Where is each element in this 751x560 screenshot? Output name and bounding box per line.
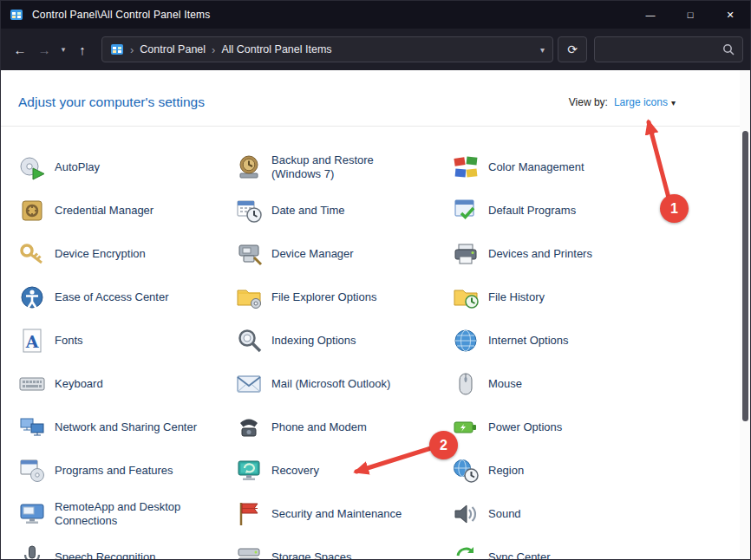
sound-icon xyxy=(452,500,480,528)
item-label: Region xyxy=(488,464,524,478)
credential-manager-icon xyxy=(18,197,46,225)
default-programs-icon xyxy=(452,197,480,225)
control-panel-item-ease-of-access[interactable]: Ease of Access Center xyxy=(18,276,235,319)
control-panel-item-security-maintenance[interactable]: Security and Maintenance xyxy=(235,492,452,536)
programs-features-icon xyxy=(18,457,46,485)
sync-center-icon xyxy=(452,544,480,560)
search-input[interactable] xyxy=(603,43,722,55)
maximize-button[interactable]: □ xyxy=(670,1,710,29)
breadcrumb-all-control-panel-items[interactable]: All Control Panel Items xyxy=(221,43,331,55)
annotation-step-2-badge: 2 xyxy=(429,431,458,459)
breadcrumb-separator: › xyxy=(130,43,134,56)
scrollbar[interactable] xyxy=(740,70,750,560)
control-panel-item-date-time[interactable]: Date and Time xyxy=(235,189,452,232)
close-button[interactable]: ✕ xyxy=(710,1,750,29)
item-label: Devices and Printers xyxy=(488,247,592,261)
item-label: Keyboard xyxy=(55,377,103,391)
up-button[interactable]: ↑ xyxy=(70,37,95,62)
device-manager-icon xyxy=(235,240,263,268)
control-panel-item-file-history[interactable]: File History xyxy=(452,276,669,319)
search-box[interactable] xyxy=(594,36,743,62)
device-encryption-icon xyxy=(18,240,46,268)
item-label: Default Programs xyxy=(488,204,576,218)
control-panel-item-autoplay[interactable]: AutoPlay xyxy=(18,146,235,189)
content-area: Adjust your computer's settings View by:… xyxy=(1,70,750,560)
control-panel-item-sync-center[interactable]: Sync Center xyxy=(452,536,669,560)
back-button[interactable]: ← xyxy=(8,37,32,62)
item-label: Phone and Modem xyxy=(271,420,367,434)
control-panel-item-remoteapp[interactable]: RemoteApp and Desktop Connections xyxy=(18,492,235,536)
control-panel-item-device-encryption[interactable]: Device Encryption xyxy=(18,232,235,276)
recovery-icon xyxy=(235,457,263,485)
control-panel-item-fonts[interactable]: AFonts xyxy=(18,319,235,362)
item-label: Device Manager xyxy=(271,247,354,261)
control-panel-item-phone-modem[interactable]: Phone and Modem xyxy=(235,406,452,449)
item-label: Power Options xyxy=(488,420,562,434)
control-panel-item-network-sharing[interactable]: Network and Sharing Center xyxy=(18,406,235,449)
control-panel-item-programs-features[interactable]: Programs and Features xyxy=(18,449,235,492)
item-label: Indexing Options xyxy=(271,334,356,348)
item-label: Mouse xyxy=(488,377,522,391)
item-label: File History xyxy=(488,290,545,304)
recent-locations-chevron-icon[interactable]: ▾ xyxy=(56,37,70,62)
speech-recognition-icon xyxy=(18,544,46,560)
chevron-down-icon: ▾ xyxy=(671,98,676,107)
control-panel-item-power-options[interactable]: Power Options xyxy=(452,406,669,449)
address-bar[interactable]: › Control Panel › All Control Panel Item… xyxy=(101,36,553,62)
control-panel-item-region[interactable]: Region xyxy=(452,449,669,492)
internet-options-icon xyxy=(452,327,480,355)
control-panel-item-keyboard[interactable]: Keyboard xyxy=(18,362,235,406)
item-label: Security and Maintenance xyxy=(271,507,402,521)
control-panel-item-color-management[interactable]: Color Management xyxy=(452,146,669,189)
control-panel-item-file-explorer-options[interactable]: File Explorer Options xyxy=(235,276,452,319)
power-options-icon xyxy=(452,413,480,441)
storage-spaces-icon xyxy=(235,544,263,560)
control-panel-item-default-programs[interactable]: Default Programs xyxy=(452,189,669,232)
file-explorer-options-icon xyxy=(235,283,263,311)
control-panel-item-storage-spaces[interactable]: Storage Spaces xyxy=(235,536,452,560)
control-panel-item-sound[interactable]: Sound xyxy=(452,492,669,536)
item-label: Mail (Microsoft Outlook) xyxy=(271,377,390,391)
autoplay-icon xyxy=(18,153,46,181)
minimize-button[interactable]: — xyxy=(630,1,670,29)
control-panel-item-mouse[interactable]: Mouse xyxy=(452,362,669,406)
navigation-bar: ← → ▾ ↑ › Control Panel › All Control Pa… xyxy=(1,29,750,70)
view-by-value[interactable]: Large icons xyxy=(614,96,668,108)
window-title: Control Panel\All Control Panel Items xyxy=(32,9,630,21)
control-panel-item-credential-manager[interactable]: Credential Manager xyxy=(18,189,235,232)
window-controls: — □ ✕ xyxy=(630,1,750,29)
item-label: Color Management xyxy=(488,160,584,174)
region-icon xyxy=(452,457,480,485)
fonts-icon: A xyxy=(18,327,46,355)
annotation-step-1-badge: 1 xyxy=(660,194,689,223)
address-dropdown-icon[interactable]: ▾ xyxy=(540,45,545,55)
network-sharing-icon xyxy=(18,413,46,441)
file-history-icon xyxy=(452,283,480,311)
control-panel-item-speech-recognition[interactable]: Speech Recognition xyxy=(18,536,235,560)
control-panel-item-internet-options[interactable]: Internet Options xyxy=(452,319,669,362)
refresh-button[interactable]: ⟳ xyxy=(558,36,587,62)
mouse-icon xyxy=(452,370,480,398)
control-panel-item-devices-printers[interactable]: Devices and Printers xyxy=(452,232,669,276)
date-time-icon xyxy=(235,197,263,225)
view-by-dropdown[interactable]: Large icons ▾ xyxy=(614,96,676,108)
mail-icon xyxy=(235,370,263,398)
control-panel-item-recovery[interactable]: Recovery xyxy=(235,449,452,492)
scrollbar-thumb[interactable] xyxy=(742,131,748,421)
control-panel-icon xyxy=(10,8,25,22)
page-title: Adjust your computer's settings xyxy=(18,94,205,110)
item-label: Credential Manager xyxy=(55,204,153,218)
item-label: Network and Sharing Center xyxy=(55,420,197,434)
item-label: Internet Options xyxy=(488,334,569,348)
control-panel-item-indexing-options[interactable]: Indexing Options xyxy=(235,319,452,362)
control-panel-item-device-manager[interactable]: Device Manager xyxy=(235,232,452,276)
control-panel-item-mail[interactable]: Mail (Microsoft Outlook) xyxy=(235,362,452,406)
phone-modem-icon xyxy=(235,413,263,441)
control-panel-item-backup-restore[interactable]: Backup and Restore (Windows 7) xyxy=(235,146,452,189)
items-grid: AutoPlayBackup and Restore (Windows 7)Co… xyxy=(1,127,750,560)
control-panel-window: Control Panel\All Control Panel Items — … xyxy=(0,0,751,560)
breadcrumb-control-panel[interactable]: Control Panel xyxy=(140,43,206,55)
forward-button[interactable]: → xyxy=(32,37,56,62)
item-label: Fonts xyxy=(55,334,83,348)
item-label: Backup and Restore (Windows 7) xyxy=(271,153,426,182)
